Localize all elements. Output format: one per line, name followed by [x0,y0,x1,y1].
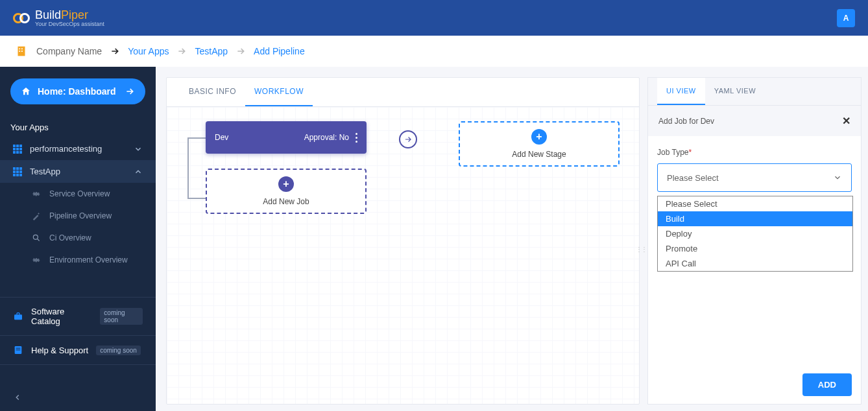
building-icon [14,44,29,58]
right-panel: UI VIEW YAML VIEW Add Job for Dev ✕ Job … [647,77,862,405]
app-label: TestApp [30,167,60,176]
tab-ui-view[interactable]: UI VIEW [657,78,705,105]
right-panel-header: Add Job for Dev ✕ [648,106,861,136]
job-type-label: Job Type* [657,148,852,157]
job-type-select[interactable]: Please Select [657,163,852,192]
sidebar-software-catalog[interactable]: Software Catalog coming soon [0,297,156,336]
add-button[interactable]: ADD [802,373,852,396]
avatar-button[interactable]: A [837,9,855,27]
sidebar-sub-service-overview[interactable]: Service Overview [0,183,156,205]
brand-name: BuildPiper [35,8,88,21]
gear-icon [31,189,42,198]
logo-rings-icon [13,13,30,23]
arrow-right-icon [176,46,187,56]
logo[interactable]: BuildPiper Your DevSecOps assistant [13,8,104,27]
document-icon [13,345,23,355]
canvas-tabs: BASIC INFO WORKFLOW [167,78,639,107]
content-area: BASIC INFO WORKFLOW Dev Approval: No + A… [156,67,868,411]
dropdown-option-deploy[interactable]: Deploy [658,226,852,241]
svg-rect-4 [21,51,23,52]
dropdown-option-api-call[interactable]: API Call [658,256,852,271]
dropdown-option-build[interactable]: Build [658,211,852,226]
grid-icon [13,145,22,154]
select-placeholder: Please Select [667,173,719,183]
plus-icon: + [278,176,294,192]
svg-rect-2 [21,48,23,49]
svg-rect-6 [14,314,22,320]
home-dashboard-button[interactable]: Home: Dashboard [10,78,145,104]
add-stage-label: Add New Stage [512,150,566,159]
breadcrumb-link-apps[interactable]: Your Apps [128,46,169,56]
right-panel-tabs: UI VIEW YAML VIEW [648,78,861,106]
sidebar-app-performancetesting[interactable]: performancetesting [0,137,156,160]
chevron-up-icon [134,167,143,176]
briefcase-icon [13,311,23,322]
panel-resize-handle[interactable]: ⋮⋮ [636,246,640,265]
right-panel-body: Job Type* Please Select Please Select Bu… [648,136,861,366]
breadcrumb-current[interactable]: Add Pipeline [254,46,305,56]
arrow-circle-icon [399,130,417,148]
breadcrumb: Company Name Your Apps TestApp Add Pipel… [0,36,868,67]
svg-rect-3 [19,51,20,52]
coming-soon-badge: coming soon [96,346,141,355]
sidebar-app-testapp[interactable]: TestApp [0,160,156,183]
home-label: Home: Dashboard [38,86,116,97]
pipeline-canvas-panel: BASIC INFO WORKFLOW Dev Approval: No + A… [166,77,640,405]
stage-approval: Approval: No [304,133,349,142]
job-type-dropdown: Please Select Build Deploy Promote API C… [657,196,853,272]
stage-card-dev[interactable]: Dev Approval: No [206,121,367,154]
tab-yaml-view[interactable]: YAML VIEW [705,78,765,105]
chevron-down-icon [833,173,842,182]
close-icon[interactable]: ✕ [842,115,850,127]
workflow-canvas[interactable]: Dev Approval: No + Add New Job + Add New… [167,107,639,404]
sidebar-sub-pipeline-overview[interactable]: Pipeline Overview [0,205,156,227]
dropdown-option-promote[interactable]: Promote [658,241,852,256]
svg-point-5 [33,235,38,239]
kebab-menu-icon[interactable] [356,133,357,143]
search-icon [31,233,42,242]
brand-tagline: Your DevSecOps assistant [35,21,104,27]
gear-icon [31,255,42,264]
sidebar: Home: Dashboard Your Apps performancetes… [0,67,156,411]
sidebar-sub-ci-overview[interactable]: Ci Overview [0,227,156,249]
stage-name: Dev [215,133,228,142]
plus-icon: + [531,129,547,145]
breadcrumb-link-app[interactable]: TestApp [195,46,228,56]
panel-title: Add Job for Dev [658,117,714,126]
sidebar-help-support[interactable]: Help & Support coming soon [0,336,156,365]
add-job-label: Add New Job [263,197,309,206]
svg-rect-9 [16,349,21,350]
collapse-sidebar-button[interactable] [13,393,143,402]
sidebar-section-apps: Your Apps [0,117,156,137]
dropdown-option-please-select[interactable]: Please Select [658,196,852,211]
breadcrumb-company: Company Name [36,46,102,56]
sidebar-sub-environment-overview[interactable]: Environment Overview [0,249,156,271]
top-header: BuildPiper Your DevSecOps assistant A [0,0,868,36]
tab-workflow[interactable]: WORKFLOW [245,78,313,106]
add-new-stage-card[interactable]: + Add New Stage [459,121,620,167]
arrow-right-icon [235,46,246,56]
right-panel-footer: ADD [648,366,861,404]
arrow-right-icon [125,86,135,97]
home-icon [21,86,31,97]
svg-rect-1 [19,48,20,49]
arrow-right-icon [110,46,120,56]
coming-soon-badge: coming soon [100,308,143,325]
connector-line [187,137,206,199]
wand-icon [31,211,42,220]
app-label: performancetesting [30,144,102,154]
chevron-down-icon [134,145,143,154]
tab-basic-info[interactable]: BASIC INFO [180,78,245,106]
svg-rect-8 [16,348,21,349]
grid-icon [13,167,22,176]
add-new-job-card[interactable]: + Add New Job [206,169,367,214]
